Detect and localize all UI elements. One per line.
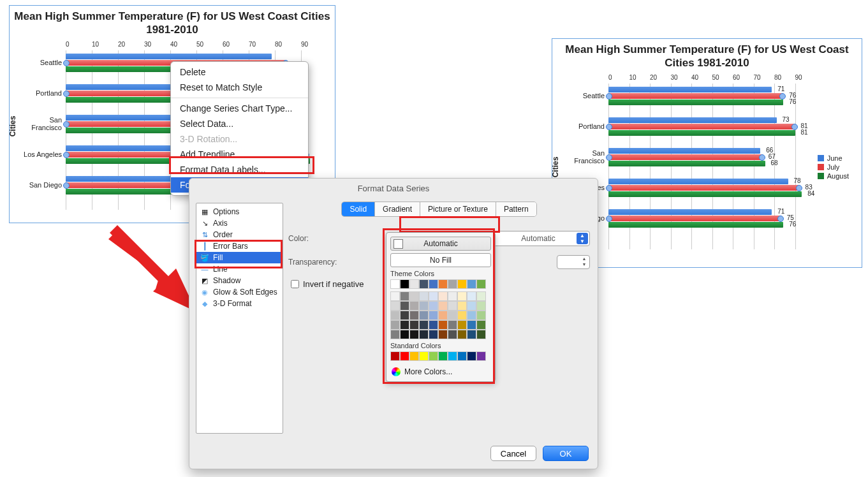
- bar-june[interactable]: 78: [608, 179, 788, 184]
- tree-fill[interactable]: 🪣Fill: [196, 252, 283, 263]
- color-swatch[interactable]: [457, 311, 467, 320]
- color-swatch[interactable]: [457, 320, 467, 330]
- color-swatch[interactable]: [457, 291, 467, 301]
- dialog-tree[interactable]: ▦Options ↘Axis ⇅Order ┃Error Bars 🪣Fill …: [196, 203, 283, 434]
- color-swatch[interactable]: [438, 330, 448, 339]
- cancel-button[interactable]: Cancel: [490, 446, 536, 461]
- tree-order[interactable]: ⇅Order: [196, 229, 283, 240]
- color-swatch[interactable]: [419, 351, 429, 361]
- color-swatch[interactable]: [476, 320, 486, 330]
- bar-august[interactable]: 76: [608, 99, 783, 105]
- bar-august[interactable]: 68: [608, 161, 765, 166]
- bar-june[interactable]: 71: [608, 209, 772, 215]
- ok-button[interactable]: OK: [543, 446, 589, 461]
- color-swatch[interactable]: [448, 330, 457, 339]
- tree-shadow[interactable]: ◩Shadow: [196, 275, 283, 286]
- color-swatch[interactable]: [419, 311, 429, 320]
- color-swatch[interactable]: [419, 301, 429, 311]
- menu-reset-style[interactable]: Reset to Match Style: [171, 80, 308, 95]
- color-swatch[interactable]: [448, 279, 457, 289]
- color-swatch[interactable]: [457, 279, 467, 289]
- tab-pattern[interactable]: Pattern: [496, 202, 536, 216]
- tree-glow[interactable]: ◉Glow & Soft Edges: [196, 286, 283, 298]
- bar-june[interactable]: 73: [608, 117, 777, 123]
- color-swatch[interactable]: [467, 351, 476, 361]
- color-swatch[interactable]: [476, 330, 486, 339]
- color-swatch[interactable]: [409, 320, 419, 330]
- color-swatch[interactable]: [438, 291, 448, 301]
- color-swatch[interactable]: [400, 279, 409, 289]
- color-swatch[interactable]: [429, 279, 438, 289]
- color-swatch[interactable]: [438, 351, 448, 361]
- bar-july[interactable]: 75: [608, 216, 781, 221]
- color-swatch[interactable]: [390, 291, 400, 301]
- color-swatch[interactable]: [467, 301, 476, 311]
- color-swatch[interactable]: [438, 301, 448, 311]
- color-swatch[interactable]: [467, 279, 476, 289]
- bar-july[interactable]: 81: [608, 124, 795, 129]
- color-swatch[interactable]: [419, 320, 429, 330]
- fill-type-tabs[interactable]: Solid Gradient Picture or Texture Patter…: [341, 202, 536, 217]
- color-swatch[interactable]: [467, 320, 476, 330]
- color-swatch[interactable]: [429, 320, 438, 330]
- color-swatch[interactable]: [400, 330, 409, 339]
- menu-select-data[interactable]: Select Data...: [171, 116, 308, 131]
- color-swatch[interactable]: [390, 311, 400, 320]
- no-fill-button[interactable]: No Fill: [390, 253, 491, 267]
- color-swatch[interactable]: [400, 291, 409, 301]
- color-swatch[interactable]: [448, 311, 457, 320]
- tab-solid[interactable]: Solid: [342, 202, 374, 216]
- color-swatch[interactable]: [419, 330, 429, 339]
- menu-add-trendline[interactable]: Add Trendline...: [171, 147, 308, 162]
- color-swatch[interactable]: [467, 330, 476, 339]
- color-swatch[interactable]: [448, 291, 457, 301]
- bar-august[interactable]: 76: [608, 222, 783, 228]
- color-swatch[interactable]: [476, 279, 486, 289]
- color-swatch[interactable]: [419, 279, 429, 289]
- theme-tints-grid[interactable]: [390, 291, 491, 339]
- bar-august[interactable]: 81: [608, 130, 795, 136]
- bar-july[interactable]: 83: [608, 185, 800, 191]
- color-swatch[interactable]: [467, 291, 476, 301]
- bar-june[interactable]: 66: [608, 148, 760, 154]
- color-swatch[interactable]: [448, 320, 457, 330]
- color-dropdown[interactable]: Automatic ▲▼: [487, 231, 590, 246]
- color-swatch[interactable]: [400, 320, 409, 330]
- color-swatch[interactable]: [400, 351, 409, 361]
- menu-delete[interactable]: Delete: [171, 64, 308, 80]
- menu-change-chart-type[interactable]: Change Series Chart Type...: [171, 101, 308, 116]
- color-swatch[interactable]: [457, 351, 467, 361]
- color-swatch[interactable]: [448, 301, 457, 311]
- color-swatch[interactable]: [467, 311, 476, 320]
- color-swatch[interactable]: [390, 279, 400, 289]
- bar-june[interactable]: 71: [608, 87, 772, 92]
- bar-august[interactable]: 84: [608, 191, 802, 197]
- more-colors-button[interactable]: More Colors...: [390, 366, 491, 378]
- color-swatch[interactable]: [438, 279, 448, 289]
- transparency-stepper[interactable]: ▲▼: [557, 255, 590, 269]
- color-swatch[interactable]: [476, 301, 486, 311]
- menu-format-data-labels[interactable]: Format Data Labels...: [171, 162, 308, 177]
- tree-options[interactable]: ▦Options: [196, 206, 283, 217]
- color-swatch[interactable]: [419, 291, 429, 301]
- color-swatch[interactable]: [390, 301, 400, 311]
- tree-line[interactable]: ―Line: [196, 263, 283, 275]
- tree-3d-format[interactable]: ◆3-D Format: [196, 298, 283, 309]
- color-swatch[interactable]: [476, 351, 486, 361]
- color-swatch[interactable]: [409, 279, 419, 289]
- color-swatch[interactable]: [429, 301, 438, 311]
- color-swatch[interactable]: [438, 320, 448, 330]
- color-swatch[interactable]: [390, 351, 400, 361]
- color-swatch[interactable]: [429, 330, 438, 339]
- bar-july[interactable]: 67: [608, 154, 763, 160]
- theme-colors-grid[interactable]: [390, 279, 491, 289]
- color-swatch[interactable]: [390, 320, 400, 330]
- color-swatch[interactable]: [429, 291, 438, 301]
- color-swatch[interactable]: [457, 301, 467, 311]
- tab-gradient[interactable]: Gradient: [374, 202, 420, 216]
- tree-axis[interactable]: ↘Axis: [196, 217, 283, 229]
- color-swatch[interactable]: [448, 351, 457, 361]
- color-swatch[interactable]: [409, 330, 419, 339]
- color-swatch[interactable]: [400, 311, 409, 320]
- standard-colors-grid[interactable]: [390, 351, 491, 361]
